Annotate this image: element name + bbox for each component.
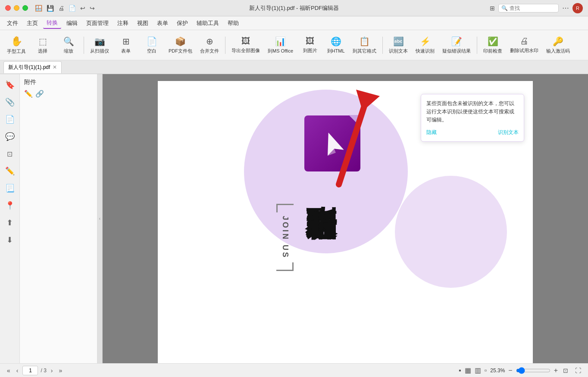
panel-collapse-handle[interactable]: ‹ — [97, 74, 103, 363]
sidebar-icon-comment[interactable]: 💬 — [3, 129, 17, 144]
tool-scan-label: 从扫描仪 — [90, 48, 109, 54]
tool-blank[interactable]: 📄 空白 — [139, 34, 164, 56]
minimize-button[interactable] — [14, 5, 19, 11]
menu-edit[interactable]: 编辑 — [63, 18, 81, 28]
sidebar-icon-export[interactable]: ⬇ — [3, 233, 17, 247]
tool-ocr[interactable]: 🔤 识别文本 — [385, 34, 411, 56]
tool-pdfpack[interactable]: 📦 PDF文件包 — [165, 34, 196, 56]
tool-topng[interactable]: 🖼 到图片 — [297, 34, 322, 56]
last-page-button[interactable]: » — [57, 366, 64, 375]
tool-merge-label: 合并文件 — [200, 48, 219, 54]
tool-merge[interactable]: ⊕ 合并文件 — [197, 34, 222, 56]
toolbar-separator-2 — [225, 37, 225, 54]
menu-file[interactable]: 文件 — [3, 18, 22, 28]
removetrial-icon: 🖨 — [520, 36, 529, 46]
topng-icon: 🖼 — [306, 36, 314, 46]
attachment-link-button[interactable]: 🔗 — [35, 90, 44, 98]
sidebar-icon-pen[interactable]: ✏️ — [3, 164, 17, 178]
sidebar-icon-layers[interactable]: ⊡ — [3, 146, 17, 161]
tool-pdfpack-label: PDF文件包 — [169, 48, 192, 54]
menu-help[interactable]: 帮助 — [224, 18, 242, 28]
notification-popup: 某些页面包含未被识别的文本，您可以运行文本识别以便使这些文本可搜索或可编辑。 隐… — [421, 94, 524, 142]
undo-icon[interactable]: ↩ — [80, 5, 85, 12]
tool-exportimg[interactable]: 🖼 导出全部图像 — [228, 34, 263, 56]
tool-toother[interactable]: 📋 到其它格式 — [349, 34, 380, 56]
tab-close-button[interactable]: ✕ — [53, 64, 57, 70]
menubar: 文件 主页 转换 编辑 页面管理 注释 视图 表单 保护 辅助工具 帮助 — [0, 16, 588, 30]
sidebar-icon-pages[interactable]: 📄 — [3, 112, 17, 127]
print-icon[interactable]: 🖨 — [58, 5, 64, 12]
tool-hand[interactable]: ✋ 手型工具 — [3, 34, 29, 56]
notification-ocr-button[interactable]: 识别文本 — [498, 129, 519, 136]
sidebar-icon-share[interactable]: ⬆ — [3, 215, 17, 230]
close-button[interactable] — [5, 5, 11, 11]
fit-page-button[interactable]: ⊡ — [561, 366, 570, 375]
tool-blank-label: 空白 — [147, 48, 156, 54]
main-area: 🔖 📎 📄 💬 ⊡ ✏️ 📃 📍 ⬆ ⬇ 附件 ✏️ 🔗 ‹ — [0, 74, 588, 363]
search-input[interactable] — [510, 5, 556, 11]
toolbar-separator-3 — [382, 37, 383, 54]
tool-activate-label: 输入激活码 — [546, 48, 570, 54]
tool-precheck[interactable]: ✅ 印前检查 — [480, 34, 506, 56]
menu-comment[interactable]: 注释 — [114, 18, 132, 28]
toother-icon: 📋 — [359, 36, 370, 47]
sidebar-icon-location[interactable]: 📍 — [3, 198, 17, 213]
next-page-button[interactable]: › — [49, 366, 55, 375]
zoom-slider[interactable] — [516, 367, 550, 374]
fullscreen-button[interactable]: ⛶ — [573, 366, 583, 375]
tool-ocrresult[interactable]: 📝 疑似错误结果 — [439, 34, 474, 56]
sidebar-icon-bookmark[interactable]: 🔖 — [3, 78, 17, 92]
zoom-in-button[interactable]: + — [554, 367, 558, 374]
menu-view[interactable]: 视图 — [134, 18, 152, 28]
prev-page-button[interactable]: ‹ — [15, 366, 20, 375]
maximize-button[interactable] — [22, 5, 28, 11]
view-scroll-button[interactable]: ▥ — [475, 366, 481, 374]
tool-zoom[interactable]: 🔍 缩放 — [56, 34, 81, 56]
tool-tohtml[interactable]: 🌐 到HTML — [323, 34, 348, 56]
tool-toms[interactable]: 📊 到MS Office — [264, 34, 297, 56]
menu-dots[interactable]: ⋯ — [562, 4, 569, 12]
user-avatar[interactable]: R — [572, 3, 583, 13]
resize-icon[interactable]: ⊞ — [490, 5, 495, 12]
select-icon: ⬚ — [39, 36, 47, 47]
tool-tohtml-label: 到HTML — [327, 48, 345, 54]
window-icon[interactable]: 🪟 — [35, 5, 42, 12]
menu-pagemanage[interactable]: 页面管理 — [83, 18, 112, 28]
save-icon[interactable]: 💾 — [47, 5, 54, 12]
view-facing-button[interactable]: ▫ — [485, 367, 487, 374]
tool-select[interactable]: ⬚ 选择 — [30, 34, 55, 56]
menu-convert[interactable]: 转换 — [43, 18, 61, 29]
blank-icon: 📄 — [147, 36, 157, 47]
menu-home[interactable]: 主页 — [23, 18, 41, 28]
notification-message: 某些页面包含未被识别的文本，您可以运行文本识别以便使这些文本可搜索或可编辑。 — [426, 100, 519, 125]
tool-quickocr-label: 快速识别 — [416, 48, 435, 54]
traffic-lights — [5, 5, 28, 11]
tool-removetrial[interactable]: 🖨 删除试用水印 — [507, 34, 542, 56]
app-icon-bg — [304, 115, 360, 171]
tool-quickocr[interactable]: ⚡ 快速识别 — [412, 34, 438, 56]
notification-hide-button[interactable]: 隐藏 — [426, 129, 437, 136]
attachment-edit-button[interactable]: ✏️ — [24, 90, 33, 98]
exportimg-icon: 🖼 — [241, 36, 250, 46]
menu-tools[interactable]: 辅助工具 — [193, 18, 222, 28]
circle-small — [395, 176, 507, 288]
search-icon: 🔍 — [501, 5, 508, 11]
menu-protect[interactable]: 保护 — [173, 18, 191, 28]
sidebar-icon-attachment[interactable]: 📎 — [3, 95, 17, 109]
tool-activate[interactable]: 🔑 输入激活码 — [543, 34, 573, 56]
view-single-button[interactable]: ▪ — [459, 367, 461, 374]
new-icon[interactable]: 📄 — [69, 5, 76, 12]
redo-icon[interactable]: ↪ — [90, 5, 95, 12]
zoom-out-button[interactable]: − — [508, 367, 512, 374]
menu-form[interactable]: 表单 — [153, 18, 172, 28]
tohtml-icon: 🌐 — [331, 36, 341, 47]
document-tab[interactable]: 新人引导(1)(1).pdf ✕ — [3, 61, 62, 73]
view-double-button[interactable]: ▦ — [465, 366, 471, 374]
first-page-button[interactable]: « — [5, 366, 12, 375]
page-number-input[interactable] — [22, 366, 38, 375]
sidebar-icon-doc[interactable]: 📃 — [3, 181, 17, 196]
tool-scan[interactable]: 📷 从扫描仪 — [87, 34, 113, 56]
search-box[interactable]: 🔍 — [498, 4, 559, 12]
join-us-bracket-bottom — [276, 262, 294, 271]
tool-table[interactable]: ⊞ 表单 — [113, 34, 138, 56]
